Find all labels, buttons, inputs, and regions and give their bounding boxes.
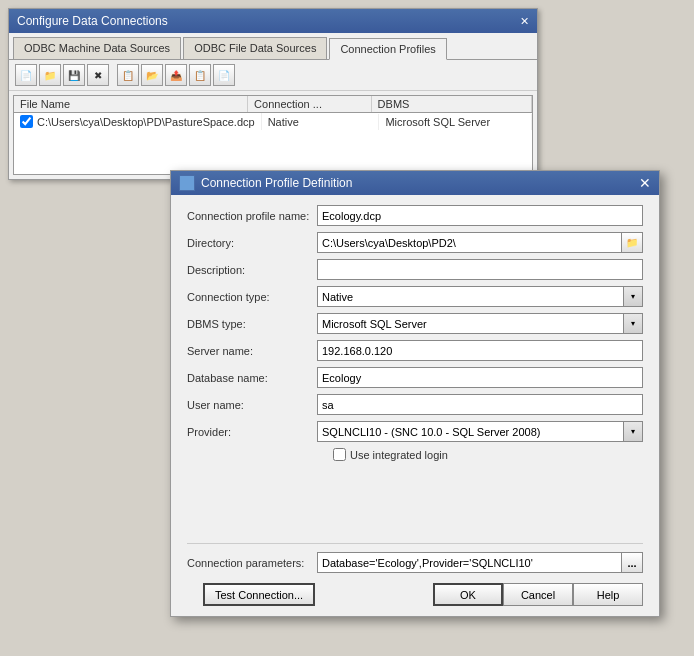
description-row: Description: [187, 259, 643, 280]
database-name-input[interactable] [317, 367, 643, 388]
dialog-bottom-row: Test Connection... OK Cancel Help [171, 579, 659, 616]
toolbar-save-btn[interactable]: 💾 [63, 64, 85, 86]
row-checkbox[interactable] [20, 115, 33, 128]
connection-table: File Name Connection ... DBMS C:\Users\c… [13, 95, 533, 175]
col-header-connection: Connection ... [248, 96, 372, 112]
dbms-type-row: DBMS type: Microsoft SQL Server Oracle ▾ [187, 313, 643, 334]
directory-label: Directory: [187, 237, 317, 249]
integrated-login-checkbox[interactable] [333, 448, 346, 461]
col-header-filename: File Name [14, 96, 248, 112]
table-header-row: File Name Connection ... DBMS [14, 96, 532, 113]
connection-type-label: Connection type: [187, 291, 317, 303]
conn-params-ellipsis-button[interactable]: ... [621, 552, 643, 573]
connection-type-row: Connection type: Native ODBC ▾ [187, 286, 643, 307]
server-name-input[interactable] [317, 340, 643, 361]
main-title-bar: Configure Data Connections ✕ [9, 9, 537, 33]
integrated-login-label[interactable]: Use integrated login [350, 449, 448, 461]
connection-profile-dialog: Connection Profile Definition ✕ Connecti… [170, 170, 660, 617]
description-input[interactable] [317, 259, 643, 280]
provider-select[interactable]: SQLNCLI10 - (SNC 10.0 - SQL Server 2008)… [317, 421, 643, 442]
main-window: Configure Data Connections ✕ ODBC Machin… [8, 8, 538, 180]
main-close-button[interactable]: ✕ [520, 15, 529, 28]
tab-odbc-file[interactable]: ODBC File Data Sources [183, 37, 327, 59]
toolbar-delete-btn[interactable]: ✖ [87, 64, 109, 86]
user-name-label: User name: [187, 399, 317, 411]
browse-button[interactable]: 📁 [621, 232, 643, 253]
connection-type-select[interactable]: Native ODBC [317, 286, 643, 307]
integrated-login-row: Use integrated login [187, 448, 643, 461]
dbms-type-label: DBMS type: [187, 318, 317, 330]
col-header-dbms: DBMS [372, 96, 532, 112]
conn-params-row: Connection parameters: ... [187, 543, 643, 573]
directory-row: Directory: 📁 [187, 232, 643, 253]
toolbar-new-btn[interactable]: 📄 [15, 64, 37, 86]
user-name-row: User name: [187, 394, 643, 415]
main-window-title: Configure Data Connections [17, 14, 168, 28]
provider-label: Provider: [187, 426, 317, 438]
profile-name-label: Connection profile name: [187, 210, 317, 222]
toolbar-copy-btn[interactable]: 📋 [117, 64, 139, 86]
profile-name-input[interactable] [317, 205, 643, 226]
server-name-label: Server name: [187, 345, 317, 357]
cancel-button[interactable]: Cancel [503, 583, 573, 606]
help-button[interactable]: Help [573, 583, 643, 606]
dialog-spacer [171, 477, 659, 537]
ok-button[interactable]: OK [433, 583, 503, 606]
table-row[interactable]: C:\Users\cya\Desktop\PD\PastureSpace.dcp… [14, 113, 532, 130]
toolbar-doc-btn[interactable]: 📄 [213, 64, 235, 86]
tab-odbc-machine[interactable]: ODBC Machine Data Sources [13, 37, 181, 59]
dialog-icon [179, 175, 195, 191]
tab-bar: ODBC Machine Data Sources ODBC File Data… [9, 33, 537, 60]
conn-params-label: Connection parameters: [187, 557, 317, 569]
tab-connection-profiles[interactable]: Connection Profiles [329, 38, 446, 60]
user-name-input[interactable] [317, 394, 643, 415]
database-name-label: Database name: [187, 372, 317, 384]
description-label: Description: [187, 264, 317, 276]
toolbar-open-btn[interactable]: 📁 [39, 64, 61, 86]
dialog-title: Connection Profile Definition [201, 176, 352, 190]
server-name-row: Server name: [187, 340, 643, 361]
directory-input[interactable] [317, 232, 621, 253]
provider-row: Provider: SQLNCLI10 - (SNC 10.0 - SQL Se… [187, 421, 643, 442]
toolbar-paste-btn[interactable]: 📋 [189, 64, 211, 86]
cell-dbms: Microsoft SQL Server [379, 114, 532, 130]
dbms-type-select[interactable]: Microsoft SQL Server Oracle [317, 313, 643, 334]
dialog-close-button[interactable]: ✕ [639, 176, 651, 190]
conn-params-input[interactable] [317, 552, 621, 573]
cell-filename: C:\Users\cya\Desktop\PD\PastureSpace.dcp [14, 113, 262, 130]
toolbar-export-btn[interactable]: 📤 [165, 64, 187, 86]
main-toolbar: 📄 📁 💾 ✖ 📋 📂 📤 📋 📄 [9, 60, 537, 91]
database-name-row: Database name: [187, 367, 643, 388]
toolbar-import-btn[interactable]: 📂 [141, 64, 163, 86]
test-connection-button[interactable]: Test Connection... [203, 583, 315, 606]
profile-name-row: Connection profile name: [187, 205, 643, 226]
cell-connection: Native [262, 114, 380, 130]
dialog-title-bar: Connection Profile Definition ✕ [171, 171, 659, 195]
form-area: Connection profile name: Directory: 📁 De… [171, 195, 659, 477]
